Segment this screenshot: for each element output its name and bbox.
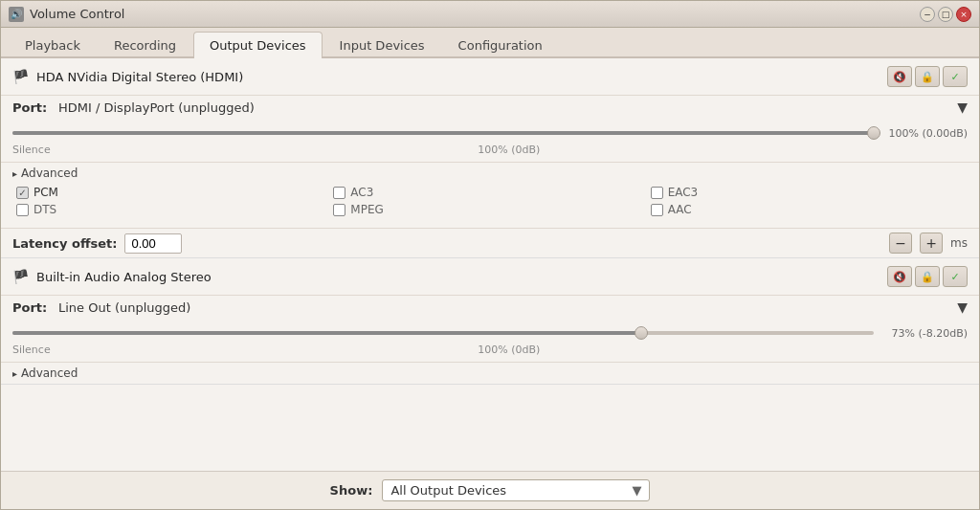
codec-ac3: AC3 [333, 186, 650, 199]
codec-pcm-label: PCM [33, 186, 58, 199]
codec-mpeg: MPEG [333, 203, 650, 216]
device-hdmi-volume-row: 100% (0.00dB) Silence 100% (0dB) [1, 119, 979, 162]
codec-eac3-checkbox[interactable] [651, 187, 663, 199]
device-hdmi-volume-value: 100% (0.00dB) [881, 127, 968, 140]
device-builtin-slider-labels: Silence 100% (0dB) [12, 344, 968, 356]
device-hdmi-slider-thumb[interactable] [867, 126, 880, 140]
device-hdmi-flag-icon: 🏴 [12, 69, 29, 84]
device-builtin-slider-track [12, 331, 874, 335]
show-select-value: All Output Devices [390, 483, 506, 498]
codec-mpeg-checkbox[interactable] [333, 204, 345, 216]
close-button[interactable]: × [956, 7, 971, 22]
content-area: 🏴 HDA NVidia Digital Stereo (HDMI) 🔇 🔒 ✓… [1, 58, 979, 471]
device-hdmi-codec-row-2: DTS MPEG AAC [16, 203, 968, 216]
device-hdmi-slider-row: 100% (0.00dB) [12, 124, 968, 142]
device-builtin-slider-row: 73% (-8.20dB) [12, 324, 968, 342]
device-hdmi-advanced-content: PCM AC3 EAC3 [12, 180, 968, 224]
check-icon: ✓ [950, 71, 959, 83]
lock-icon: 🔒 [921, 71, 934, 83]
device-builtin-mute-button[interactable]: 🔇 [887, 266, 912, 287]
main-window: 🔊 Volume Control − □ × Playback Recordin… [0, 0, 980, 510]
device-hdmi-advanced-label: Advanced [21, 166, 78, 180]
device-builtin-advanced-row: ▸ Advanced [1, 362, 979, 384]
lock-icon-2: 🔒 [921, 271, 934, 283]
device-builtin-lock-button[interactable]: 🔒 [915, 266, 940, 287]
device-builtin-volume-row: 73% (-8.20dB) Silence 100% (0dB) [1, 319, 979, 362]
device-hdmi-silence-label: Silence [12, 144, 51, 156]
port-hdmi-dropdown-arrow-icon[interactable]: ▼ [957, 100, 968, 115]
codec-dts: DTS [16, 203, 333, 216]
codec-ac3-checkbox[interactable] [333, 187, 345, 199]
device-hdmi-latency-row: Latency offset: − + ms [1, 228, 979, 257]
codec-aac-label: AAC [668, 203, 692, 216]
codec-aac: AAC [651, 203, 968, 216]
device-builtin-center-label: 100% (0dB) [51, 344, 968, 356]
device-builtin-slider-fill [12, 331, 641, 335]
tab-recording[interactable]: Recording [98, 32, 192, 58]
mute-icon: 🔇 [893, 71, 906, 83]
device-hdmi-advanced-toggle[interactable]: ▸ Advanced [12, 166, 968, 180]
show-label: Show: [330, 483, 373, 498]
device-builtin-port-label: Port: [12, 300, 51, 315]
device-builtin-volume-value: 73% (-8.20dB) [881, 327, 968, 340]
device-hdmi-latency-minus-button[interactable]: − [889, 233, 912, 254]
show-select-arrow-icon: ▼ [632, 483, 641, 498]
tab-bar: Playback Recording Output Devices Input … [1, 28, 979, 58]
device-hdmi-latency-label: Latency offset: [12, 236, 117, 251]
device-hdmi-lock-button[interactable]: 🔒 [915, 66, 940, 87]
device-builtin-name: Built-in Audio Analog Stereo [36, 270, 880, 284]
device-hdmi-header: 🏴 HDA NVidia Digital Stereo (HDMI) 🔇 🔒 ✓ [1, 58, 979, 95]
device-hdmi-check-button[interactable]: ✓ [943, 66, 968, 87]
device-hdmi-port-label: Port: [12, 100, 51, 115]
device-hdmi-center-label: 100% (0dB) [51, 144, 968, 156]
device-builtin: 🏴 Built-in Audio Analog Stereo 🔇 🔒 ✓ Por… [1, 258, 979, 385]
show-select-dropdown[interactable]: All Output Devices ▼ [382, 479, 650, 501]
device-builtin-header: 🏴 Built-in Audio Analog Stereo 🔇 🔒 ✓ [1, 258, 979, 295]
footer: Show: All Output Devices ▼ [1, 471, 979, 509]
minimize-button[interactable]: − [920, 7, 935, 22]
device-hdmi-port-row: Port: HDMI / DisplayPort (unplugged) ▼ [1, 95, 979, 119]
device-builtin-advanced-label: Advanced [21, 366, 78, 380]
device-hdmi-slider-labels: Silence 100% (0dB) [12, 144, 968, 156]
device-builtin-port-value: Line Out (unplugged) [58, 300, 949, 315]
device-hdmi-latency-plus-button[interactable]: + [920, 233, 943, 254]
codec-aac-checkbox[interactable] [651, 204, 663, 216]
device-builtin-advanced-toggle[interactable]: ▸ Advanced [12, 366, 968, 380]
window-controls: − □ × [920, 7, 971, 22]
device-hdmi-latency-input[interactable] [124, 233, 182, 254]
device-hdmi-slider-fill [12, 131, 874, 135]
device-builtin-controls: 🔇 🔒 ✓ [887, 266, 968, 287]
tab-input-devices[interactable]: Input Devices [323, 32, 441, 58]
device-builtin-flag-icon: 🏴 [12, 269, 29, 284]
device-builtin-check-button[interactable]: ✓ [943, 266, 968, 287]
window-title: Volume Control [30, 7, 914, 21]
titlebar: 🔊 Volume Control − □ × [1, 1, 979, 28]
tab-playback[interactable]: Playback [9, 32, 97, 58]
device-hdmi-mute-button[interactable]: 🔇 [887, 66, 912, 87]
tab-output-devices[interactable]: Output Devices [193, 32, 323, 58]
device-hdmi-slider[interactable] [12, 124, 874, 142]
device-hdmi-codec-row-1: PCM AC3 EAC3 [16, 186, 968, 199]
device-builtin-port-row: Port: Line Out (unplugged) ▼ [1, 295, 979, 319]
codec-dts-checkbox[interactable] [16, 204, 29, 216]
device-hdmi-latency-unit: ms [950, 236, 968, 250]
device-hdmi-advanced-row: ▸ Advanced PCM AC3 [1, 162, 979, 228]
app-icon: 🔊 [9, 7, 24, 22]
codec-eac3: EAC3 [651, 186, 968, 199]
codec-pcm-checkbox[interactable] [16, 187, 29, 199]
advanced-arrow-icon: ▸ [12, 168, 17, 179]
codec-pcm: PCM [16, 186, 333, 199]
maximize-button[interactable]: □ [938, 7, 953, 22]
codec-mpeg-label: MPEG [350, 203, 383, 216]
device-builtin-slider[interactable] [12, 324, 874, 342]
tab-configuration[interactable]: Configuration [442, 32, 559, 58]
codec-ac3-label: AC3 [350, 186, 373, 199]
device-builtin-silence-label: Silence [12, 344, 51, 356]
codec-dts-label: DTS [33, 203, 56, 216]
device-hdmi-controls: 🔇 🔒 ✓ [887, 66, 968, 87]
advanced-arrow-icon-2: ▸ [12, 368, 17, 379]
codec-eac3-label: EAC3 [668, 186, 699, 199]
device-hdmi-port-value: HDMI / DisplayPort (unplugged) [58, 100, 949, 115]
port-builtin-dropdown-arrow-icon[interactable]: ▼ [957, 299, 968, 315]
device-builtin-slider-thumb[interactable] [635, 326, 648, 340]
